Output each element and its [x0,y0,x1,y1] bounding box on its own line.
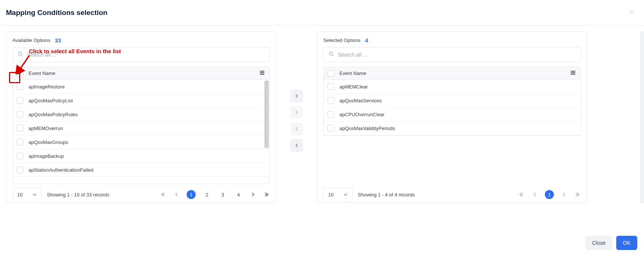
page-size-value: 10 [17,192,23,198]
page-number[interactable]: 4 [234,190,243,199]
available-title: Available Options [12,37,50,43]
last-page-icon[interactable] [574,191,581,198]
modal-header: Mapping Conditions selection [0,0,644,25]
row-checkbox[interactable] [327,125,334,132]
records-text: Showing 1 - 10 of 33 records [47,192,160,198]
row-label: apMEMClear [339,84,368,90]
table-row[interactable]: apQosMaxServices [324,94,581,108]
selected-search-input[interactable] [323,47,581,62]
selected-title: Selected Options [323,37,360,43]
page-number[interactable]: 1 [187,190,196,199]
search-icon [329,51,334,58]
table-row[interactable]: apStationAuthenticationSuccessful [13,177,270,179]
chevron-down-icon [344,193,348,197]
table-row[interactable]: apStationAuthenticationFailed [13,163,270,177]
selected-table-header: Event Name [324,67,581,80]
move-left-button[interactable] [290,123,303,135]
row-label: apImageRestore [29,84,65,90]
move-all-right-button[interactable] [290,106,303,119]
table-row[interactable]: apMEMOverrun [13,121,270,135]
row-checkbox[interactable] [17,153,23,159]
modal-title: Mapping Conditions selection [6,9,107,17]
available-options-panel: Available Options 33 Event Name apImageR… [6,31,276,203]
page-size-select[interactable]: 10 [323,188,353,202]
row-checkbox[interactable] [17,83,23,90]
scrollbar-thumb[interactable] [264,81,269,148]
table-row[interactable]: apImageRestore [13,80,270,94]
first-page-icon[interactable] [160,191,166,198]
page-number[interactable]: 1 [545,190,554,199]
table-row[interactable]: apQosMaxGroups [13,135,270,149]
select-all-checkbox[interactable] [17,70,23,77]
search-icon [18,51,23,58]
row-label: apMEMOverrun [29,126,63,131]
chevron-down-icon [33,193,37,197]
available-table-body[interactable]: apImageRestore apQosMaxPolicyList apQosM… [13,80,270,179]
pager-controls: 1 2 3 4 [160,190,270,199]
available-header-label: Event Name [29,70,259,76]
page-size-select[interactable]: 10 [12,188,42,202]
close-button[interactable]: Close [585,236,612,250]
transfer-controls [276,31,317,203]
prev-page-icon[interactable] [531,191,538,198]
right-scroll-gutter [640,31,644,203]
available-count: 33 [55,37,61,43]
row-checkbox[interactable] [17,97,23,104]
available-table-header: Event Name [13,67,270,80]
available-pager: 10 Showing 1 - 10 of 33 records 1 2 3 4 [12,184,270,203]
row-checkbox[interactable] [17,139,23,145]
move-right-button[interactable] [290,90,303,102]
last-page-icon[interactable] [263,191,270,198]
select-all-checkbox[interactable] [327,70,334,77]
table-row[interactable]: apImageBackup [13,149,270,163]
table-row[interactable]: apQosMaxPolicyList [13,94,270,108]
row-checkbox[interactable] [17,166,23,173]
available-title-row: Available Options 33 [12,37,270,43]
first-page-icon[interactable] [518,191,525,198]
row-checkbox[interactable] [17,125,23,132]
selected-pager: 10 Showing 1 - 4 of 4 records 1 [323,184,581,203]
table-row[interactable]: apQosMaxValidityPeriods [324,121,581,135]
table-row[interactable]: apCPUOverrunClear [324,108,581,121]
selected-search-wrap [323,47,581,62]
available-search-input[interactable] [12,47,270,62]
modal-footer: Close OK [579,230,644,256]
row-checkbox[interactable] [17,111,23,118]
row-label: apQosMaxServices [339,98,382,103]
svg-line-7 [332,55,333,56]
row-checkbox[interactable] [327,111,334,118]
selected-table-body[interactable]: apMEMClear apQosMaxServices apCPUOverrun… [324,80,581,135]
prev-page-icon[interactable] [173,191,180,198]
table-row[interactable]: apQosMaxPolicyRules [13,108,270,121]
row-label: apCPUOverrunClear [339,112,385,117]
pager-controls: 1 [518,190,581,199]
selected-table: Event Name apMEMClear apQosMaxServices a… [323,67,581,136]
next-page-icon[interactable] [250,191,256,198]
selected-count: 4 [365,37,368,43]
column-menu-icon[interactable] [259,70,265,77]
selected-header-label: Event Name [339,70,570,76]
page-size-value: 10 [328,192,333,198]
available-table: Event Name apImageRestore apQosMaxPolicy… [12,67,270,184]
row-label: apQosMaxPolicyList [29,98,73,103]
close-icon[interactable] [629,8,638,17]
ok-button[interactable]: OK [616,236,637,250]
page-number[interactable]: 2 [202,190,211,199]
row-checkbox[interactable] [327,83,334,90]
row-label: apQosMaxGroups [29,139,68,145]
records-text: Showing 1 - 4 of 4 records [358,192,518,198]
next-page-icon[interactable] [561,191,567,198]
row-label: apQosMaxPolicyRules [29,112,78,117]
row-label: apQosMaxValidityPeriods [339,126,395,131]
row-checkbox[interactable] [327,97,334,104]
row-label: apStationAuthenticationFailed [29,167,94,173]
svg-line-2 [21,55,23,56]
modal-body: Available Options 33 Event Name apImageR… [0,25,644,209]
column-menu-icon[interactable] [570,70,576,77]
selected-options-panel: Selected Options 4 Event Name apMEMClear… [317,31,587,203]
move-all-left-button[interactable] [290,139,303,152]
available-search-wrap [12,47,270,62]
page-number[interactable]: 3 [218,190,227,199]
row-label: apImageBackup [29,153,64,159]
table-row[interactable]: apMEMClear [324,80,581,94]
